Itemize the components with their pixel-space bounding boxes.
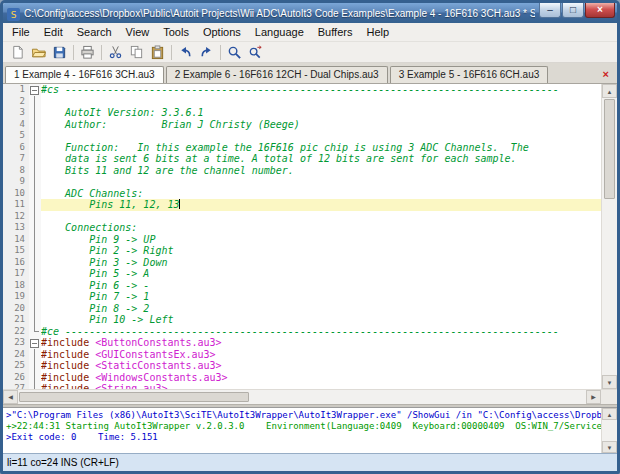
code-line-20[interactable]: 20 Pin 8 -> 2 bbox=[3, 303, 601, 315]
line-number[interactable]: 8 bbox=[3, 165, 29, 177]
code-line-6[interactable]: 6 Function: In this example the 16F616 p… bbox=[3, 142, 601, 154]
line-number[interactable]: 16 bbox=[3, 257, 29, 269]
editor-hscroll-track[interactable] bbox=[250, 390, 586, 404]
code-line-25[interactable]: 25#include <StaticConstants.au3> bbox=[3, 360, 601, 372]
replace-icon[interactable] bbox=[245, 43, 266, 62]
fold-collapse-icon[interactable] bbox=[30, 339, 39, 348]
paste-icon[interactable] bbox=[147, 43, 168, 62]
fold-collapse-icon[interactable] bbox=[30, 86, 39, 95]
cut-icon[interactable] bbox=[105, 43, 126, 62]
line-number[interactable]: 24 bbox=[3, 349, 29, 361]
code-line-24[interactable]: 24#include <GUIConstantsEx.au3> bbox=[3, 349, 601, 361]
code-line-12[interactable]: 12 bbox=[3, 211, 601, 223]
scroll-down-arrow-icon[interactable]: ▼ bbox=[602, 375, 617, 389]
code-line-17[interactable]: 17 Pin 5 -> A bbox=[3, 268, 601, 280]
line-number[interactable]: 23 bbox=[3, 337, 29, 349]
code-line-5[interactable]: 5 bbox=[3, 130, 601, 142]
editor-scroll-track[interactable] bbox=[602, 200, 617, 375]
find-icon[interactable] bbox=[224, 43, 245, 62]
code-line-23[interactable]: 23#include <ButtonConstants.au3> bbox=[3, 337, 601, 349]
code-line-7[interactable]: 7 data is sent 6 bits at a time. A total… bbox=[3, 153, 601, 165]
menu-help[interactable]: Help bbox=[359, 24, 396, 41]
new-file-icon[interactable] bbox=[7, 43, 28, 62]
code-line-9[interactable]: 9 bbox=[3, 176, 601, 188]
output-scroll-up-arrow-icon[interactable]: ▲ bbox=[602, 408, 617, 420]
tab-3[interactable]: 3 Example 5 - 16F616 6CH.au3 bbox=[390, 66, 549, 83]
save-file-icon[interactable] bbox=[49, 43, 70, 62]
line-number[interactable]: 1 bbox=[3, 84, 29, 96]
output-line-2[interactable]: +>22:44:31 Starting AutoIt3Wrapper v.2.0… bbox=[6, 421, 601, 432]
editor-scroll-thumb[interactable] bbox=[604, 99, 615, 199]
code-line-10[interactable]: 10 ADC Channels: bbox=[3, 188, 601, 200]
redo-icon[interactable] bbox=[196, 43, 217, 62]
copy-icon[interactable] bbox=[126, 43, 147, 62]
line-number[interactable]: 21 bbox=[3, 314, 29, 326]
line-number[interactable]: 7 bbox=[3, 153, 29, 165]
code-line-22[interactable]: 22#ce ----------------------------------… bbox=[3, 326, 601, 338]
menu-options[interactable]: Options bbox=[196, 24, 248, 41]
line-number[interactable]: 22 bbox=[3, 326, 29, 338]
line-number[interactable]: 15 bbox=[3, 245, 29, 257]
line-number[interactable]: 14 bbox=[3, 234, 29, 246]
editor-vertical-scrollbar[interactable]: ▲ ▼ bbox=[601, 84, 617, 389]
line-number[interactable]: 12 bbox=[3, 211, 29, 223]
code-area[interactable]: 1#cs -----------------------------------… bbox=[3, 84, 601, 389]
code-line-2[interactable]: 2 bbox=[3, 96, 601, 108]
output-line-3[interactable]: >Exit code: 0 Time: 5.151 bbox=[6, 432, 601, 443]
line-number[interactable]: 2 bbox=[3, 96, 29, 108]
menu-file[interactable]: File bbox=[5, 24, 37, 41]
line-number[interactable]: 19 bbox=[3, 291, 29, 303]
code-line-4[interactable]: 4 Author: Brian J Christy (Beege) bbox=[3, 119, 601, 131]
line-number[interactable]: 5 bbox=[3, 130, 29, 142]
line-number[interactable]: 3 bbox=[3, 107, 29, 119]
code-line-21[interactable]: 21 Pin 10 -> Left bbox=[3, 314, 601, 326]
scroll-left-arrow-icon[interactable]: ◀ bbox=[3, 390, 18, 404]
code-line-13[interactable]: 13 Connections: bbox=[3, 222, 601, 234]
line-number[interactable]: 18 bbox=[3, 280, 29, 292]
line-number[interactable]: 20 bbox=[3, 303, 29, 315]
code-line-18[interactable]: 18 Pin 6 -> - bbox=[3, 280, 601, 292]
line-number[interactable]: 10 bbox=[3, 188, 29, 200]
code-line-26[interactable]: 26#include <WindowsConstants.au3> bbox=[3, 372, 601, 384]
close-button[interactable]: × bbox=[585, 3, 615, 18]
output-scroll-track[interactable] bbox=[602, 420, 617, 441]
tab-1[interactable]: 1 Example 4 - 16F616 3CH.au3 bbox=[5, 66, 164, 83]
menu-edit[interactable]: Edit bbox=[37, 24, 70, 41]
output-lines[interactable]: >"C:\Program Files (x86)\AutoIt3\SciTE\A… bbox=[3, 408, 601, 453]
code-line-8[interactable]: 8 Bits 11 and 12 are the channel number. bbox=[3, 165, 601, 177]
menu-buffers[interactable]: Buffers bbox=[311, 24, 360, 41]
close-tab-button[interactable]: × bbox=[599, 68, 613, 83]
line-number[interactable]: 13 bbox=[3, 222, 29, 234]
line-number[interactable]: 26 bbox=[3, 372, 29, 384]
code-line-3[interactable]: 3 AutoIt Version: 3.3.6.1 bbox=[3, 107, 601, 119]
editor-horizontal-scrollbar[interactable]: ◀ ▶ bbox=[3, 389, 617, 404]
output-vertical-scrollbar[interactable]: ▲ ▼ bbox=[601, 408, 617, 453]
menu-language[interactable]: Language bbox=[248, 24, 311, 41]
line-number[interactable]: 6 bbox=[3, 142, 29, 154]
line-number[interactable]: 9 bbox=[3, 176, 29, 188]
code-line-1[interactable]: 1#cs -----------------------------------… bbox=[3, 84, 601, 96]
output-line-1[interactable]: >"C:\Program Files (x86)\AutoIt3\SciTE\A… bbox=[6, 410, 601, 421]
menu-search[interactable]: Search bbox=[70, 24, 119, 41]
tab-2[interactable]: 2 Example 6 - 16F616 12CH - Dual Chips.a… bbox=[166, 66, 388, 83]
title-bar[interactable]: S C:\Config\access\Dropbox\Public\Autoit… bbox=[3, 3, 617, 23]
code-line-15[interactable]: 15 Pin 2 -> Right bbox=[3, 245, 601, 257]
line-number[interactable]: 4 bbox=[3, 119, 29, 131]
scroll-up-arrow-icon[interactable]: ▲ bbox=[602, 84, 617, 98]
code-line-11[interactable]: 11 Pins 11, 12, 13 bbox=[3, 199, 601, 211]
maximize-button[interactable]: □ bbox=[562, 3, 584, 18]
minimize-button[interactable]: – bbox=[539, 3, 561, 18]
line-number[interactable]: 17 bbox=[3, 268, 29, 280]
code-line-16[interactable]: 16 Pin 3 -> Down bbox=[3, 257, 601, 269]
line-number[interactable]: 25 bbox=[3, 360, 29, 372]
editor-hscroll-thumb[interactable] bbox=[19, 392, 249, 402]
menu-tools[interactable]: Tools bbox=[156, 24, 196, 41]
print-icon[interactable] bbox=[77, 43, 98, 62]
code-line-19[interactable]: 19 Pin 7 -> 1 bbox=[3, 291, 601, 303]
line-number[interactable]: 11 bbox=[3, 199, 29, 211]
undo-icon[interactable] bbox=[175, 43, 196, 62]
output-scroll-down-arrow-icon[interactable]: ▼ bbox=[602, 441, 617, 453]
scroll-right-arrow-icon[interactable]: ▶ bbox=[586, 390, 601, 404]
menu-view[interactable]: View bbox=[119, 24, 157, 41]
open-file-icon[interactable] bbox=[28, 43, 49, 62]
